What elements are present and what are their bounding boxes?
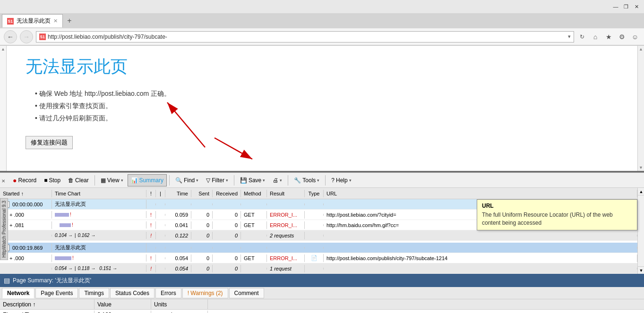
new-tab-button[interactable]: + — [63, 14, 76, 27]
find-dropdown-arrow: ▾ — [196, 178, 198, 183]
browser-tab[interactable]: 51 无法显示此页 ✕ — [2, 14, 63, 27]
forward-button[interactable]: → — [20, 30, 33, 43]
table-row[interactable]: + .000 ! ! 0.054 0 0 GET ERROR_I... 📄 ht… — [0, 253, 637, 263]
find-button[interactable]: 🔍 Find ▾ — [172, 174, 202, 186]
row-result: ERROR_I... — [267, 254, 305, 262]
row-excl: ! — [146, 211, 156, 219]
url-tooltip: URL The full Uniform Resource Locator (U… — [477, 199, 637, 230]
row-filter — [156, 203, 165, 205]
tab-page-events[interactable]: Page Events — [35, 288, 78, 298]
scroll-up-btn[interactable]: ▲ — [638, 46, 644, 51]
col-header-started[interactable]: Started ↑ — [0, 190, 52, 197]
col-header-received[interactable]: Received — [213, 190, 241, 197]
hw-close-button[interactable]: ✕ — [0, 173, 7, 189]
print-button[interactable]: 🖨 ▾ — [269, 174, 285, 186]
col-description-header[interactable]: Description ↑ — [0, 299, 94, 309]
row-started-time: 00:00:00.000 — [12, 201, 43, 207]
row-sent — [191, 247, 213, 249]
fix-connection-button[interactable]: 修复连接问题 — [26, 136, 73, 149]
row-url — [324, 247, 637, 249]
tab-warnings[interactable]: ! Warnings (2) — [182, 288, 228, 298]
back-button[interactable]: ← — [4, 30, 17, 43]
col-units-header[interactable]: Units — [151, 299, 208, 309]
chart-label-1: 0.104 → — [55, 233, 73, 238]
minimize-button[interactable]: — — [612, 3, 619, 10]
tab-network-label: Network — [7, 290, 29, 296]
row-timechart: 无法显示此页 — [52, 243, 146, 252]
col-header-filter[interactable]: | — [156, 190, 165, 197]
error-item-1: 确保 Web 地址 http://post.liebiao.com 正确。 — [35, 90, 618, 98]
home-button[interactable]: ⌂ — [590, 32, 601, 42]
table-scroll-up[interactable]: ▲ — [638, 188, 644, 195]
tab-errors[interactable]: Errors — [155, 288, 181, 298]
table-scrollbar[interactable]: ▲ ▼ — [637, 188, 644, 274]
filter-button[interactable]: ▽ Filter ▾ — [203, 174, 232, 186]
row-timechart: 无法显示此页 — [52, 200, 146, 209]
clear-button[interactable]: 🗑 Clear — [65, 174, 92, 186]
col-header-sent[interactable]: Sent — [191, 190, 213, 197]
tools-button[interactable]: 🔧 Tools ▾ — [291, 174, 323, 186]
col-value-header[interactable]: Value — [94, 299, 151, 309]
emoji-button[interactable]: ☺ — [630, 32, 640, 42]
left-scrollbar: ▲ — [0, 46, 7, 171]
col-header-method[interactable]: Method — [241, 190, 267, 197]
settings-button[interactable]: ⚙ — [617, 32, 627, 42]
tab-close-button[interactable]: ✕ — [53, 18, 58, 24]
url-go-icon[interactable]: ▾ — [568, 34, 571, 40]
view-button[interactable]: ▦ View ▾ — [97, 174, 127, 186]
toolbar-divider-1 — [94, 175, 95, 186]
scroll-down-btn[interactable]: ▼ — [638, 165, 644, 171]
row-sent — [191, 203, 213, 205]
right-scrollbar[interactable]: ▲ ▼ — [637, 46, 644, 171]
help-button[interactable]: ? Help ▾ — [328, 174, 354, 186]
tab-timings[interactable]: Timings — [79, 288, 109, 298]
excl-icon: ! — [150, 212, 152, 218]
toolbar-divider-4 — [288, 175, 288, 186]
col-header-result[interactable]: Result — [267, 190, 305, 197]
table-row[interactable]: − 00:00:19.869 无法显示此页 — [0, 243, 637, 253]
table-row: 0.054 → | 0.118 → 0.151 → ! 0.054 0 0 1 … — [0, 263, 637, 274]
error-result3: ERROR_I... — [270, 255, 297, 261]
hw-bottom-data-table: Description ↑ Value Units Elapsed Time 0… — [0, 299, 644, 313]
summary-button[interactable]: 📊 Summary — [128, 174, 167, 186]
row-type — [305, 224, 324, 226]
refresh-button[interactable]: ↻ — [577, 32, 587, 42]
url-input[interactable] — [48, 34, 566, 40]
row-excl: ! — [146, 221, 156, 229]
row-page-title: 无法显示此页 — [55, 201, 86, 207]
table-scroll-down[interactable]: ▼ — [638, 266, 644, 274]
row-sent: 0 — [191, 254, 213, 262]
col-header-type[interactable]: Type — [305, 190, 324, 197]
col-header-time[interactable]: Time — [165, 190, 191, 197]
save-button[interactable]: 💾 Save ▾ — [237, 174, 268, 186]
tab-network[interactable]: Network — [2, 288, 34, 298]
row-received — [213, 203, 241, 205]
row-filter — [156, 268, 165, 270]
favorites-button[interactable]: ★ — [603, 32, 614, 42]
col-header-timechart[interactable]: Time Chart — [52, 190, 146, 197]
record-button[interactable]: ● Record — [9, 174, 40, 186]
page-content: 无法显示此页 确保 Web 地址 http://post.liebiao.com… — [7, 46, 637, 169]
clear-label: Clear — [75, 177, 89, 184]
restore-button[interactable]: ❐ — [622, 3, 630, 10]
browser-tools: ⌂ ★ ⚙ ☺ — [590, 32, 640, 42]
col-header-excl[interactable]: ! — [146, 190, 156, 197]
tab-status-codes[interactable]: Status Codes — [110, 288, 155, 298]
page-summary-bar: ▤ Page Summary: '无法显示此页' — [0, 274, 644, 287]
close-button[interactable]: ✕ — [633, 3, 640, 10]
view-icon: ▦ — [101, 177, 106, 184]
find-label: Find — [184, 177, 195, 184]
stop-button[interactable]: ■ Stop — [41, 174, 64, 186]
col-header-url[interactable]: URL — [324, 190, 637, 197]
view-label: View — [107, 177, 120, 184]
bottom-table-row[interactable]: Elapsed Time 0.122 seconds — [0, 310, 644, 313]
row-received: 0 — [213, 265, 241, 272]
tab-comment[interactable]: Comment — [229, 288, 264, 298]
tools-label: Tools — [302, 177, 316, 184]
row-timechart: 0.054 → | 0.118 → 0.151 → — [52, 265, 146, 272]
scroll-up-arrow[interactable]: ▲ — [1, 47, 5, 51]
summary-icon: 📊 — [131, 177, 138, 184]
save-icon: 💾 — [240, 177, 247, 184]
row-filter — [156, 247, 165, 249]
row-excl — [146, 247, 156, 249]
